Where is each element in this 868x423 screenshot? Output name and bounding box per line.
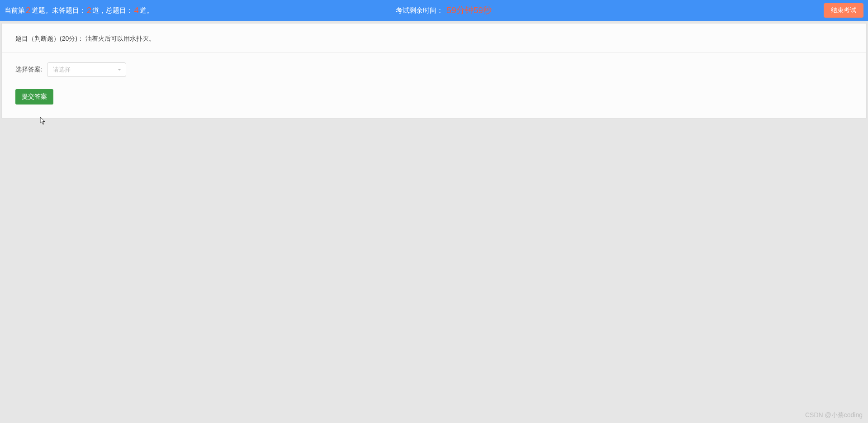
submit-answer-button[interactable]: 提交答案 [15, 89, 53, 105]
stats-label-total: 道，总题目： [92, 6, 133, 15]
end-exam-button[interactable]: 结束考试 [824, 3, 863, 18]
current-question-number: 2 [26, 5, 31, 15]
answer-label: 选择答案: [15, 66, 43, 74]
question-card: 题目（判断题）(20分)： 油着火后可以用水扑灭。 选择答案: 请选择 提交答案 [1, 23, 867, 119]
header-timer: 考试剩余时间： 59分钟59秒 [396, 5, 492, 16]
stats-label-unanswered: 道题。未答题目： [32, 6, 86, 15]
answer-section: 选择答案: 请选择 [2, 52, 866, 87]
watermark-text: CSDN @小蔡coding [805, 411, 863, 419]
timer-value: 59分钟59秒 [447, 5, 492, 16]
header-stats: 当前第 2 道题。未答题目： 2 道，总题目： 4 道。 [5, 5, 153, 15]
question-text-section: 题目（判断题）(20分)： 油着火后可以用水扑灭。 [2, 24, 866, 52]
stats-prefix-current: 当前第 [5, 6, 25, 15]
stats-suffix: 道。 [140, 6, 153, 15]
question-text: 题目（判断题）(20分)： 油着火后可以用水扑灭。 [15, 35, 155, 42]
answer-select[interactable]: 请选择 [47, 62, 126, 77]
answer-select-placeholder: 请选择 [53, 66, 71, 74]
timer-label: 考试剩余时间： [396, 6, 443, 15]
answer-select-wrapper: 请选择 [47, 62, 126, 77]
total-count: 4 [134, 5, 139, 15]
unanswered-count: 2 [87, 5, 92, 15]
exam-header-bar: 当前第 2 道题。未答题目： 2 道，总题目： 4 道。 考试剩余时间： 59分… [0, 0, 868, 21]
header-actions: 结束考试 [824, 3, 863, 18]
submit-section: 提交答案 [2, 87, 866, 118]
